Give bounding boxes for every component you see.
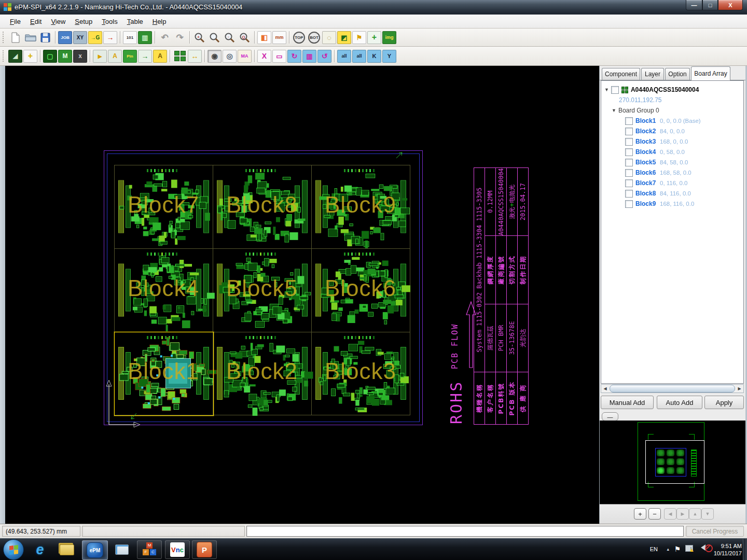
scroll-right-icon[interactable]: ▶ (736, 385, 743, 393)
menu-edit[interactable]: Edit (25, 16, 46, 27)
taskbar-vnc[interactable]: Vnc (165, 540, 190, 559)
measure-mm-icon[interactable]: mm (272, 31, 286, 44)
rotate-all-cw-icon[interactable]: all (337, 50, 351, 63)
marker-x-icon[interactable]: x (73, 50, 87, 63)
tab-board-array[interactable]: Board Array (691, 66, 730, 80)
menu-file[interactable]: File (5, 16, 25, 27)
job-file-icon[interactable]: JOB (58, 31, 72, 44)
tree-block-block4[interactable]: Block40, 58, 0.0 (601, 147, 743, 157)
start-button[interactable] (2, 540, 25, 559)
block-checkbox[interactable] (625, 159, 633, 166)
tab-layer[interactable]: Layer (641, 68, 664, 80)
zoom-query-icon[interactable]: Q (238, 31, 252, 44)
tree-block-block1[interactable]: Block10, 0, 0.0 (Base) (601, 116, 743, 126)
fiducial-target-icon[interactable]: ◎ (223, 50, 237, 63)
tree-board-size[interactable]: 270.011,192.75 (601, 95, 743, 105)
chip-step-icon[interactable]: → (138, 50, 152, 63)
tab-option[interactable]: Option (665, 68, 690, 80)
status-input[interactable] (246, 526, 684, 537)
minimize-button[interactable]: — (686, 0, 702, 10)
minimap[interactable] (600, 421, 745, 504)
zoom-out-icon[interactable] (208, 31, 222, 44)
block-checkbox[interactable] (625, 148, 633, 156)
tab-component[interactable]: Component (602, 68, 640, 80)
strip-angle-icon[interactable]: A (108, 50, 122, 63)
xy-setup-icon[interactable]: XY (73, 31, 87, 44)
new-document-icon[interactable] (8, 31, 22, 44)
tree-block-block5[interactable]: Block584, 58, 0.0 (601, 157, 743, 167)
network-warning-icon[interactable]: ▲! (685, 545, 693, 553)
panel-layout-icon[interactable]: ◧ (257, 31, 271, 44)
menu-help[interactable]: Help (148, 16, 171, 27)
mark-flag-icon[interactable]: ⚑ (352, 31, 366, 44)
strip-move-icon[interactable]: ▶ (93, 50, 107, 63)
board-array-tree[interactable]: ▼A0440AQCSS15040004270.011,192.75▼Board … (601, 80, 744, 384)
tree-root[interactable]: ▼A0440AQCSS15040004 (601, 85, 743, 95)
menu-view[interactable]: View (46, 16, 70, 27)
volume-muted-icon[interactable] (701, 544, 706, 552)
scrollbar-thumb[interactable] (610, 385, 735, 393)
block-grid-icon[interactable] (173, 50, 187, 63)
y-align-all-icon[interactable]: Y (382, 50, 396, 63)
board-outline-icon[interactable]: ▢ (43, 50, 57, 63)
top-side-icon[interactable]: TOP (292, 31, 306, 44)
component-strip-icon[interactable]: ▥ (138, 31, 152, 44)
panel-barcode-icon[interactable]: 101 (123, 31, 137, 44)
rotate-panel-icon[interactable]: ◌ (322, 31, 336, 44)
rotate-component-icon[interactable]: ↻ (287, 50, 301, 63)
menu-tools[interactable]: Tools (97, 16, 122, 27)
flip-panel-icon[interactable]: ◩ (337, 31, 351, 44)
block-checkbox[interactable] (625, 169, 633, 177)
menu-table[interactable]: Table (122, 16, 148, 27)
block-checkbox[interactable] (625, 138, 633, 146)
taskbar-internet-explorer[interactable]: e (30, 540, 50, 559)
origin-point-icon[interactable]: + (23, 50, 37, 63)
collapse-button[interactable]: — (602, 412, 618, 421)
block-checkbox[interactable] (625, 117, 633, 125)
auto-add-button[interactable]: Auto Add (657, 396, 702, 409)
menu-setup[interactable]: Setup (70, 16, 97, 27)
block-checkbox[interactable] (625, 179, 633, 187)
taskbar-desktop-preview[interactable] (112, 540, 132, 559)
tree-block-block3[interactable]: Block3168, 0, 0.0 (601, 136, 743, 147)
delete-component-icon[interactable]: X (257, 50, 271, 63)
minimap-zoom-in-button[interactable]: + (634, 508, 646, 520)
tree-block-block9[interactable]: Block9168, 116, 0.0 (601, 199, 743, 209)
undo-icon[interactable]: ↶ (158, 31, 172, 44)
tray-language[interactable]: EN (650, 546, 658, 552)
zoom-window-icon[interactable]: ▫ (223, 31, 237, 44)
rotate-ccw-icon[interactable]: ↺ (317, 50, 331, 63)
component-ma-icon[interactable]: MA (238, 50, 252, 63)
pcb-viewport[interactable]: Block7Block8Block9Block4Block5Block6Bloc… (5, 66, 599, 524)
align-top-edge-icon[interactable]: ▥ (302, 50, 316, 63)
maximize-button[interactable]: □ (702, 0, 718, 10)
bottom-side-icon[interactable]: BOT (307, 31, 321, 44)
scroll-left-icon[interactable]: ◀ (601, 385, 609, 393)
toolbar-gripper[interactable] (3, 32, 6, 43)
taskbar-windows-explorer[interactable] (57, 540, 77, 559)
tree-horizontal-scrollbar[interactable]: ◀ ▶ (601, 384, 744, 393)
title-bar[interactable]: ePM-SPI_x64 2.2.1.9 - Namkang Hi-Tech Co… (0, 0, 747, 15)
save-icon[interactable] (38, 31, 52, 44)
taskbar-mfc-app[interactable]: M F C (137, 540, 162, 559)
open-folder-icon[interactable] (23, 31, 37, 44)
block-checkbox[interactable] (625, 200, 633, 208)
root-checkbox[interactable] (611, 86, 619, 94)
squeegee-icon[interactable]: ◢ (8, 50, 22, 63)
tree-block-block8[interactable]: Block884, 116, 0.0 (601, 188, 743, 199)
action-center-flag-icon[interactable]: ⚑ (674, 545, 681, 553)
fiducial-oval-icon[interactable]: ◉ (208, 50, 222, 63)
tray-clock[interactable]: 9:51 AM 10/11/2017 (714, 542, 742, 557)
block-checkbox[interactable] (625, 190, 633, 198)
align-center-icon[interactable]: + (367, 31, 381, 44)
tray-hidden-icons[interactable]: ▴ (667, 547, 669, 552)
zoom-in-icon[interactable]: + (192, 31, 206, 44)
manual-add-button[interactable]: Manual Add (601, 396, 654, 409)
minimap-zoom-out-button[interactable]: − (648, 508, 661, 520)
image-view-icon[interactable]: img (382, 31, 396, 44)
move-component-icon[interactable]: ▭ (272, 50, 286, 63)
show-desktop-button[interactable] (743, 539, 747, 560)
rotate-all-ccw-icon[interactable]: all (352, 50, 366, 63)
taskbar-epm-active[interactable]: ePM (82, 540, 108, 560)
tree-block-block6[interactable]: Block6168, 58, 0.0 (601, 167, 743, 178)
